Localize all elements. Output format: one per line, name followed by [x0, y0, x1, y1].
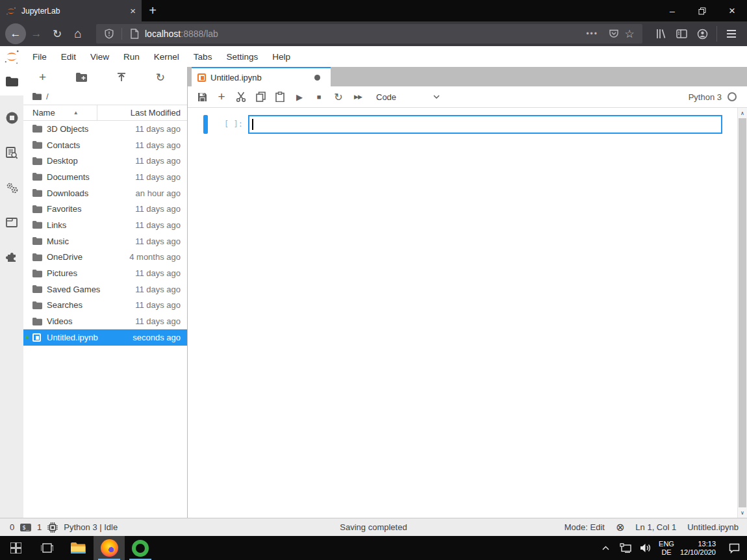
sidebar-tab-running[interactable]	[0, 105, 23, 131]
anaconda-taskbar-button[interactable]	[125, 536, 156, 560]
terminals-count[interactable]: 0	[10, 522, 14, 532]
file-row-untitled-ipynb[interactable]: Untitled.ipynbseconds ago	[23, 329, 187, 346]
sidebars-icon[interactable]	[671, 23, 692, 44]
file-explorer-button[interactable]	[62, 536, 94, 560]
back-button[interactable]: ←	[5, 23, 26, 44]
tab-close-button[interactable]: ×	[130, 6, 136, 16]
file-row-videos[interactable]: Videos11 days ago	[23, 313, 187, 329]
mode-indicator[interactable]: Mode: Edit	[564, 522, 605, 532]
url-path[interactable]: :8888/lab	[181, 29, 218, 39]
tabs-icon	[6, 218, 18, 227]
account-icon[interactable]	[692, 23, 713, 44]
tray-expand-chevron-icon[interactable]	[598, 546, 613, 550]
file-row-3d-objects[interactable]: 3D Objects11 days ago	[23, 121, 187, 137]
upload-button[interactable]	[117, 73, 126, 83]
refresh-button[interactable]: ↻	[156, 71, 165, 84]
dock-tab-bar: Untitled.ipynb	[188, 67, 747, 86]
file-row-documents[interactable]: Documents11 days ago	[23, 169, 187, 185]
trust-shield-icon[interactable]: ⊗	[616, 522, 624, 533]
cell-collapser[interactable]	[203, 115, 208, 134]
kernels-count[interactable]: 1	[37, 522, 42, 532]
page-actions-button[interactable]: •••	[586, 29, 598, 38]
run-cell-button[interactable]: ▶	[290, 88, 309, 105]
menu-hamburger-icon[interactable]	[721, 23, 742, 44]
restart-kernel-button[interactable]: ↻	[329, 88, 348, 105]
cell-editor[interactable]	[248, 115, 722, 134]
menu-file[interactable]: File	[25, 46, 54, 67]
new-tab-button[interactable]: +	[142, 0, 164, 21]
bookmark-star-icon[interactable]: ☆	[622, 27, 637, 41]
insert-cell-button[interactable]: +	[212, 88, 231, 105]
restart-run-all-button[interactable]: ▶▶	[348, 88, 368, 105]
cursor-position[interactable]: Ln 1, Col 1	[635, 522, 676, 532]
file-row-pictures[interactable]: Pictures11 days ago	[23, 265, 187, 281]
text-cursor	[252, 119, 253, 130]
file-row-onedrive[interactable]: OneDrive4 months ago	[23, 249, 187, 266]
save-button[interactable]	[192, 88, 212, 105]
home-folder-icon[interactable]	[32, 93, 42, 100]
copy-cells-button[interactable]	[251, 88, 270, 105]
scrollbar-thumb[interactable]	[739, 118, 746, 507]
browser-tab-jupyterlab[interactable]: JupyterLab ×	[0, 0, 142, 21]
column-header-modified[interactable]: Last Modified	[97, 108, 187, 118]
sidebar-tab-filebrowser[interactable]	[0, 67, 23, 95]
network-icon[interactable]	[618, 543, 633, 553]
notebook-tab[interactable]: Untitled.ipynb	[192, 67, 331, 86]
scroll-up-icon[interactable]: ∧	[738, 108, 747, 118]
restore-button[interactable]	[687, 0, 717, 21]
menu-edit[interactable]: Edit	[54, 46, 83, 67]
file-row-downloads[interactable]: Downloadsan hour ago	[23, 185, 187, 201]
close-button[interactable]: ×	[717, 0, 747, 21]
cut-cells-button[interactable]	[231, 88, 251, 105]
scroll-down-icon[interactable]: ∨	[738, 507, 747, 518]
sidebar-tab-command-palette[interactable]	[0, 140, 23, 166]
url-host[interactable]: localhost	[145, 29, 181, 39]
code-cell[interactable]: [ ]:	[203, 114, 722, 134]
file-row-searches[interactable]: Searches11 days ago	[23, 298, 187, 314]
firefox-taskbar-button[interactable]	[94, 536, 125, 560]
breadcrumb-root[interactable]: /	[46, 92, 49, 101]
tracking-protection-shield-icon[interactable]	[101, 29, 117, 39]
menu-help[interactable]: Help	[265, 46, 298, 67]
menu-run[interactable]: Run	[116, 46, 147, 67]
file-row-saved-games[interactable]: Saved Games11 days ago	[23, 281, 187, 298]
start-button[interactable]	[0, 536, 31, 560]
new-folder-button[interactable]	[76, 73, 87, 82]
sidebar-tab-property-inspector[interactable]	[0, 175, 23, 201]
file-row-music[interactable]: Music11 days ago	[23, 233, 187, 249]
task-view-button[interactable]	[31, 536, 62, 560]
reload-button[interactable]: ↻	[47, 23, 68, 44]
clock[interactable]: 13:13 12/10/2020	[680, 540, 716, 557]
sidebar-tab-open-tabs[interactable]	[0, 209, 23, 235]
menu-kernel[interactable]: Kernel	[147, 46, 186, 67]
action-center-icon[interactable]	[727, 543, 741, 554]
home-button[interactable]: ⌂	[68, 23, 88, 44]
time: 13:13	[680, 540, 716, 548]
column-header-name[interactable]: Name ▲	[23, 105, 97, 120]
kernel-name[interactable]: Python 3	[689, 92, 722, 102]
page-info-icon[interactable]	[127, 29, 142, 39]
kernel-status-icon[interactable]	[728, 92, 737, 101]
file-row-desktop[interactable]: Desktop11 days ago	[23, 153, 187, 169]
library-icon[interactable]	[650, 23, 671, 44]
menu-settings[interactable]: Settings	[219, 46, 265, 67]
file-row-favorites[interactable]: Favorites11 days ago	[23, 201, 187, 217]
menu-tabs[interactable]: Tabs	[186, 46, 220, 67]
interrupt-kernel-button[interactable]: ■	[309, 88, 329, 105]
menu-view[interactable]: View	[83, 46, 116, 67]
kernel-status-text[interactable]: Python 3 | Idle	[64, 522, 118, 532]
new-launcher-button[interactable]: +	[39, 70, 46, 84]
file-row-links[interactable]: Links11 days ago	[23, 217, 187, 233]
notebook-scrollbar[interactable]: ∧ ∨	[737, 108, 747, 518]
sidebar-tab-extensions[interactable]	[0, 243, 23, 269]
volume-icon[interactable]	[639, 543, 653, 553]
url-bar[interactable]: localhost:8888/lab ••• ☆	[96, 24, 642, 44]
file-row-contacts[interactable]: Contacts11 days ago	[23, 137, 187, 153]
unsaved-changes-icon[interactable]	[314, 75, 320, 81]
paste-cells-button[interactable]	[270, 88, 290, 105]
language-indicator[interactable]: ENG DE	[659, 540, 674, 557]
minimize-button[interactable]: –	[657, 0, 687, 21]
pocket-icon[interactable]	[606, 29, 622, 39]
cell-type-dropdown[interactable]: Code	[376, 92, 440, 102]
forward-button[interactable]: →	[26, 23, 47, 44]
